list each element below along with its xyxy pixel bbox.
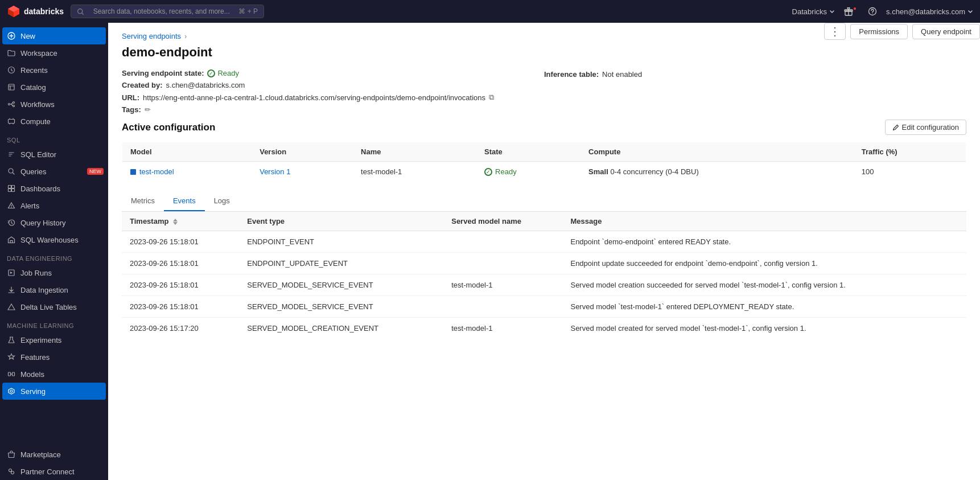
search-shortcut: ⌘ + P <box>238 7 258 15</box>
created-by-value: s.chen@databricks.com <box>166 81 245 89</box>
sql-section-label: SQL <box>0 130 108 146</box>
content-area: ⋮ Permissions Query endpoint Serving end… <box>108 23 980 480</box>
sidebar-item-workspace[interactable]: Workspace <box>0 44 108 61</box>
col-version: Version <box>252 142 353 162</box>
breadcrumb-separator: › <box>184 32 187 40</box>
sidebar-item-features[interactable]: Features <box>0 348 108 366</box>
delta-icon <box>7 302 16 311</box>
active-config-header: Active configuration Edit configuration <box>122 120 966 135</box>
created-by-row: Created by: s.chen@databricks.com <box>122 81 544 89</box>
sidebar-item-recents[interactable]: Recents <box>0 61 108 79</box>
sidebar-item-compute-label: Compute <box>20 117 51 126</box>
plus-icon <box>7 31 16 40</box>
col-traffic: Traffic (%) <box>854 142 966 162</box>
svg-point-10 <box>13 105 15 107</box>
chevron-down-icon <box>829 9 835 14</box>
events-table: Timestamp Event type Served model name M… <box>122 212 966 339</box>
cell-state: ✓ Ready <box>476 162 580 182</box>
state-value: Ready <box>207 69 239 77</box>
cell-model: test-model <box>122 162 252 182</box>
edit-config-label: Edit configuration <box>902 123 959 132</box>
sidebar-item-experiments[interactable]: Experiments <box>0 331 108 348</box>
edit-tags-button[interactable]: ✏ <box>145 105 151 114</box>
search-icon <box>77 8 84 15</box>
info-left: Serving endpoint state: Ready Created by… <box>122 69 544 114</box>
sidebar-item-new[interactable]: New <box>2 27 106 44</box>
gift-button[interactable]: ● <box>844 7 859 16</box>
sidebar-item-alerts[interactable]: Alerts <box>0 197 108 214</box>
cell-timestamp: 2023-09-26 15:18:01 <box>122 231 239 253</box>
sidebar-item-job-runs[interactable]: Job Runs <box>0 264 108 281</box>
logo-text: databricks <box>24 7 64 16</box>
sidebar-item-query-history[interactable]: Query History <box>0 214 108 231</box>
databricks-logo-icon <box>7 5 20 18</box>
sidebar-item-sql-warehouses[interactable]: SQL Warehouses <box>0 231 108 248</box>
sidebar-item-sql-editor[interactable]: SQL Editor <box>0 146 108 163</box>
sidebar-item-workflows[interactable]: Workflows <box>0 96 108 113</box>
inference-value: Not enabled <box>602 70 642 79</box>
sidebar-item-compute[interactable]: Compute <box>0 113 108 130</box>
state-row: Serving endpoint state: Ready <box>122 69 544 77</box>
sidebar-item-job-runs-label: Job Runs <box>20 269 52 277</box>
list-item: 2023-09-26 15:17:20 SERVED_MODEL_CREATIO… <box>122 318 966 339</box>
sidebar-item-data-ingestion[interactable]: Data Ingestion <box>0 281 108 298</box>
page-title: demo-endpoint <box>122 45 966 60</box>
sidebar-item-queries[interactable]: Queries NEW <box>0 163 108 180</box>
sidebar-item-query-history-label: Query History <box>20 219 65 227</box>
table-row: test-model Version 1 test-model-1 ✓ Read… <box>122 162 966 182</box>
compute-icon <box>7 117 16 126</box>
sidebar-item-dashboards[interactable]: Dashboards <box>0 180 108 197</box>
workspace-selector[interactable]: Databricks <box>792 7 835 16</box>
sidebar-item-partner-connect-label: Partner Connect <box>20 467 75 476</box>
model-link[interactable]: test-model <box>130 167 244 176</box>
svg-point-12 <box>9 169 13 173</box>
alert-icon <box>7 201 16 210</box>
logo[interactable]: databricks <box>7 5 64 18</box>
col-served-model-name: Served model name <box>443 212 562 231</box>
cell-served-model-name <box>443 231 562 253</box>
page-actions: ⋮ Permissions Query endpoint <box>824 23 980 40</box>
cell-served-model-name <box>443 253 562 274</box>
edit-config-button[interactable]: Edit configuration <box>885 120 966 135</box>
serving-icon <box>7 387 16 396</box>
copy-url-button[interactable]: ⧉ <box>489 93 494 102</box>
sidebar-item-queries-label: Queries <box>20 167 47 176</box>
sidebar-item-delta-live-tables[interactable]: Delta Live Tables <box>0 298 108 315</box>
cell-timestamp: 2023-09-26 15:18:01 <box>122 274 239 296</box>
more-options-button[interactable]: ⋮ <box>824 23 846 40</box>
created-by-label: Created by: <box>122 81 163 89</box>
main-layout: New Workspace Recents Catalog Workflows <box>0 23 980 480</box>
help-icon <box>868 7 877 16</box>
cell-event-type: ENDPOINT_UPDATE_EVENT <box>239 253 443 274</box>
query-endpoint-button[interactable]: Query endpoint <box>912 24 980 39</box>
sidebar-item-serving-label: Serving <box>20 387 46 396</box>
svg-point-4 <box>872 13 872 14</box>
sidebar-item-models[interactable]: Models <box>0 366 108 383</box>
tab-metrics[interactable]: Metrics <box>122 191 164 211</box>
experiments-icon <box>7 335 16 344</box>
svg-rect-15 <box>9 189 11 192</box>
permissions-button[interactable]: Permissions <box>850 24 908 39</box>
user-menu[interactable]: s.chen@databricks.com <box>886 7 973 16</box>
clock-icon <box>7 65 16 75</box>
timestamp-sort-icon[interactable] <box>173 219 178 225</box>
svg-point-3 <box>869 8 876 15</box>
active-config-title: Active configuration <box>122 122 215 133</box>
sidebar-item-marketplace[interactable]: Marketplace <box>0 446 108 463</box>
search-bar[interactable]: Search data, notebooks, recents, and mor… <box>71 5 264 18</box>
sidebar-item-marketplace-label: Marketplace <box>20 450 61 459</box>
svg-rect-7 <box>9 84 14 90</box>
sidebar-item-serving[interactable]: Serving <box>2 383 106 400</box>
svg-rect-14 <box>12 186 15 188</box>
sidebar-item-experiments-label: Experiments <box>20 336 61 344</box>
tab-events[interactable]: Events <box>164 191 205 211</box>
sidebar-item-catalog[interactable]: Catalog <box>0 79 108 96</box>
cell-timestamp: 2023-09-26 15:17:20 <box>122 318 239 339</box>
cell-timestamp: 2023-09-26 15:18:01 <box>122 253 239 274</box>
help-button[interactable] <box>868 7 877 16</box>
version-link[interactable]: Version 1 <box>260 167 290 176</box>
tab-logs[interactable]: Logs <box>205 191 239 211</box>
sidebar-item-partner-connect[interactable]: Partner Connect <box>0 463 108 480</box>
breadcrumb-parent[interactable]: Serving endpoints <box>122 32 181 40</box>
svg-point-21 <box>10 390 13 392</box>
